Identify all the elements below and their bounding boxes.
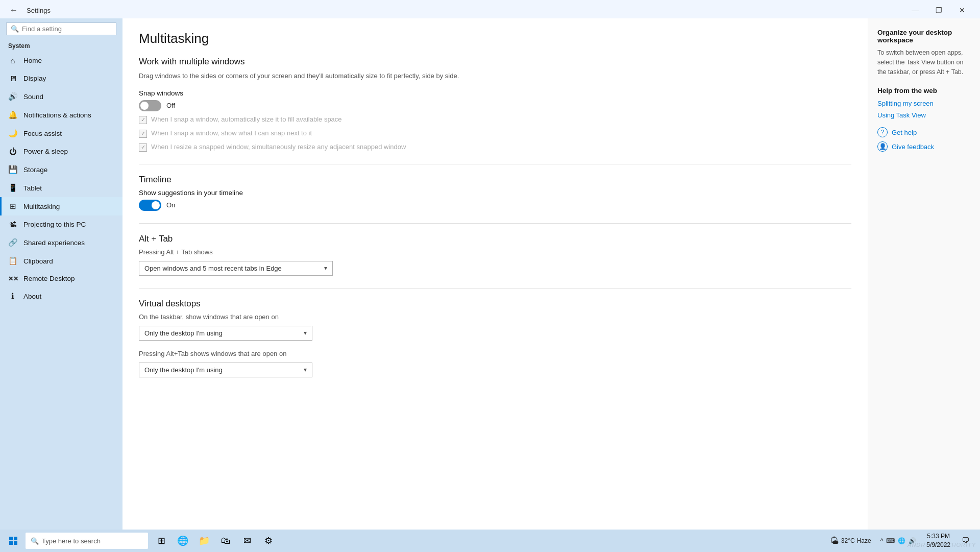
sidebar-item-label-remote: Remote Desktop [23,275,75,282]
split-screen-label: Splitting my screen [877,100,934,107]
projecting-icon: 📽 [8,220,17,229]
timeline-toggle[interactable] [139,200,161,211]
taskbar-search[interactable]: 🔍 Type here to search [26,533,148,549]
give-feedback-icon: 👤 [877,141,888,152]
sidebar-item-label-focus: Focus assist [23,130,62,137]
remote-icon: ✕✕ [8,275,17,282]
titlebar-title: Settings [27,7,51,14]
sidebar-item-storage[interactable]: 💾 Storage [0,160,122,179]
alt-tab-pressing-label: Pressing Alt + Tab shows [139,248,851,256]
sidebar: 🔍 System ⌂ Home 🖥 Display 🔊 Sound 🔔 Noti… [0,18,122,530]
search-input[interactable] [22,25,112,33]
sidebar-item-label-display: Display [23,75,46,82]
about-icon: ℹ [8,292,17,301]
sidebar-item-shared[interactable]: 🔗 Shared experiences [0,233,122,252]
sidebar-item-focus[interactable]: 🌙 Focus assist [0,124,122,142]
sidebar-item-power[interactable]: ⏻ Power & sleep [0,142,122,160]
mail-app[interactable]: ✉ [237,531,257,551]
alt-tab-dropdown-arrow: ▾ [324,265,327,272]
taskbar-show-label: On the taskbar, show windows that are op… [139,313,851,321]
sidebar-item-home[interactable]: ⌂ Home [0,52,122,69]
give-feedback-link[interactable]: Give feedback [892,143,934,151]
snap-checkbox-3-box[interactable]: ✓ [139,143,147,152]
divider-3 [139,288,851,289]
weather-widget[interactable]: 🌤 32°C Haze [827,536,874,546]
snap-section-title: Work with multiple windows [139,57,851,67]
sidebar-item-label-multitasking: Multitasking [23,203,60,210]
taskbar-dropdown[interactable]: Only the desktop I'm using ▾ [139,326,312,341]
start-button[interactable] [2,531,24,551]
snap-checkbox-1-box[interactable]: ✓ [139,116,147,124]
snap-section-desc: Drag windows to the sides or corners of … [139,71,851,81]
right-panel-organize-title: Organize your desktop workspace [877,29,971,44]
sound-icon: 🔊 [8,92,17,101]
right-panel: Organize your desktop workspace To switc… [868,18,980,530]
sidebar-item-projecting[interactable]: 📽 Projecting to this PC [0,215,122,233]
snap-checkbox-1: ✓ When I snap a window, automatically si… [139,115,851,124]
get-help-link[interactable]: Get help [892,129,917,136]
snap-toggle[interactable] [139,100,161,111]
minimize-button[interactable]: — [903,3,927,18]
store-icon: 🛍 [221,536,230,546]
sidebar-item-clipboard[interactable]: 📋 Clipboard [0,252,122,270]
shared-icon: 🔗 [8,238,17,247]
check-mark-1: ✓ [141,116,145,123]
tablet-icon: 📱 [8,183,17,193]
page-title: Multitasking [139,31,851,46]
titlebar-left: ← Settings [6,3,51,18]
taskbar-search-icon: 🔍 [31,537,39,545]
clock-time: 5:33 PM [926,532,950,541]
network-icon: 🌐 [898,537,905,544]
notification-center-button[interactable]: 🗨 [957,531,975,551]
edge-icon: 🌐 [177,535,188,546]
explorer-app[interactable]: 📁 [194,531,214,551]
sidebar-item-label-power: Power & sleep [23,148,68,155]
sidebar-item-label-sound: Sound [23,93,43,101]
snap-checkbox-2: ✓ When I snap a window, show what I can … [139,129,851,138]
back-button[interactable]: ← [6,3,21,18]
settings-app[interactable]: ⚙ [258,531,279,551]
sidebar-item-label-clipboard: Clipboard [23,257,53,265]
give-feedback-label: Give feedback [892,143,934,151]
weather-icon: 🌤 [830,536,839,546]
alt-tab-vd-label: Pressing Alt+Tab shows windows that are … [139,350,851,357]
task-view-link[interactable]: Using Task View [877,111,971,119]
split-screen-link[interactable]: Splitting my screen [877,100,971,107]
sidebar-item-display[interactable]: 🖥 Display [0,69,122,87]
alt-tab-dropdown[interactable]: Open windows and 5 most recent tabs in E… [139,261,333,276]
keyboard-icon: ⌨ [886,537,895,544]
sidebar-item-multitasking[interactable]: ⊞ Multitasking [0,197,122,215]
taskbar-dropdown-value: Only the desktop I'm using [144,329,223,337]
sidebar-item-sound[interactable]: 🔊 Sound [0,87,122,106]
windows-logo [9,537,17,545]
sidebar-item-notifications[interactable]: 🔔 Notifications & actions [0,106,122,124]
snap-checkbox-3-label: When I resize a snapped window, simultan… [151,143,406,151]
alt-tab-vd-dropdown-value: Only the desktop I'm using [144,366,223,374]
power-icon: ⏻ [8,147,17,156]
search-icon: 🔍 [11,25,19,33]
search-box[interactable]: 🔍 [6,22,116,35]
sidebar-item-remote[interactable]: ✕✕ Remote Desktop [0,270,122,287]
edge-app[interactable]: 🌐 [173,531,193,551]
snap-windows-section: Work with multiple windows Drag windows … [139,57,851,152]
close-button[interactable]: ✕ [950,3,974,18]
timeline-toggle-row: On [139,200,851,211]
task-view-button[interactable]: ⊞ [151,531,172,551]
restore-button[interactable]: ❐ [927,3,950,18]
store-app[interactable]: 🛍 [215,531,236,551]
alt-tab-vd-dropdown[interactable]: Only the desktop I'm using ▾ [139,363,312,377]
taskbar-dropdown-arrow: ▾ [304,329,307,337]
taskbar-search-text: Type here to search [42,537,101,545]
taskbar-right: 🌤 32°C Haze ^ ⌨ 🌐 🔊 5:33 PM 5/9/2022 🗨 [827,531,978,551]
mail-icon: ✉ [243,535,251,546]
check-mark-2: ✓ [141,130,145,137]
sidebar-item-label-about: About [23,293,41,300]
sidebar-item-label-storage: Storage [23,166,47,174]
sidebar-item-tablet[interactable]: 📱 Tablet [0,179,122,197]
snap-toggle-knob [140,102,149,110]
multitasking-icon: ⊞ [8,202,17,211]
snap-checkbox-2-box[interactable]: ✓ [139,130,147,138]
watermark: ANDROID AUTHORITY [908,542,976,548]
sidebar-item-about[interactable]: ℹ About [0,287,122,305]
right-panel-organize-desc: To switch between open apps, select the … [877,48,971,77]
